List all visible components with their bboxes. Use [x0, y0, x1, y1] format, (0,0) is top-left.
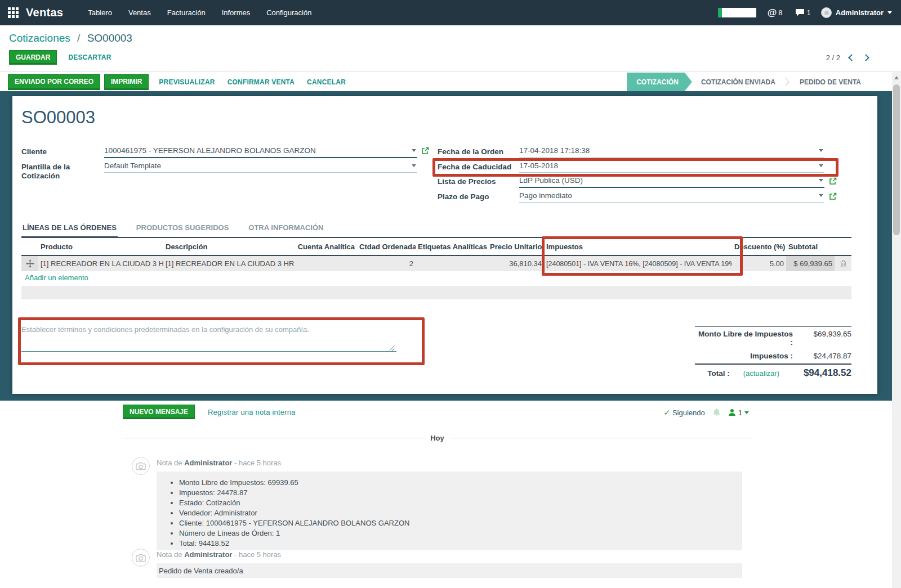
plantilla-field[interactable]: Default Template — [104, 161, 417, 173]
col-subtotal[interactable]: Subtotal — [786, 240, 835, 255]
chevron-down-icon — [887, 11, 892, 14]
col-descuento[interactable]: Descuento (%) — [732, 240, 786, 255]
breadcrumb: Cotizaciones / SO00003 — [9, 32, 892, 44]
followers-menu[interactable]: 1 — [728, 409, 749, 417]
cell-etiquetas[interactable] — [416, 255, 488, 271]
col-impuestos[interactable]: Impuestos — [544, 240, 732, 255]
activities-menu[interactable]: @ 8 — [768, 7, 783, 19]
nav-item-configuracion[interactable]: Configuración — [266, 8, 311, 17]
order-title: SO00003 — [21, 107, 95, 128]
preview-button[interactable]: PREVISUALIZAR — [159, 78, 215, 86]
cell-descuento[interactable]: 5.00 — [732, 255, 786, 271]
discard-button[interactable]: DESCARTAR — [68, 53, 111, 61]
untaxed-amount-label: Monto Libre de Impuestos : — [695, 330, 793, 347]
nav-item-facturacion[interactable]: Facturación — [167, 8, 206, 17]
status-step-cotizacion-enviada[interactable]: COTIZACIÓN ENVIADA — [692, 73, 784, 91]
taxes-value: $24,478.87 — [793, 352, 851, 360]
update-taxes-link[interactable]: (actualizar) — [743, 369, 779, 378]
user-avatar — [821, 7, 832, 18]
col-etiquetas-analiticas[interactable]: Etiquetas Analíticas — [416, 240, 488, 255]
bell-icon[interactable] — [712, 408, 721, 417]
lista-precios-external-link-icon[interactable] — [829, 177, 837, 185]
cell-ctdad-ordenada[interactable]: 2 — [357, 255, 416, 271]
taxes-label: Impuestos : — [695, 352, 793, 360]
plazo-pago-field[interactable]: Pago inmediato — [519, 191, 824, 203]
sales-app-window: Ventas Tablero Ventas Facturación Inform… — [0, 0, 901, 588]
person-icon — [728, 409, 736, 416]
tab-lineas-de-las-ordenes[interactable]: LÍNEAS DE LAS ÓRDENES — [21, 223, 118, 238]
cell-subtotal[interactable]: $ 69,939.65 — [786, 255, 835, 271]
messages-menu[interactable]: 1 — [795, 8, 811, 17]
save-button[interactable]: GUARDAR — [9, 50, 57, 65]
status-step-cotizacion[interactable]: COTIZACIÓN — [627, 73, 692, 91]
plazo-pago-label: Plazo de Pago — [438, 192, 519, 201]
lista-precios-field[interactable]: LdP Publica (USD) — [519, 176, 824, 188]
app-name[interactable]: Ventas — [26, 6, 63, 19]
chevron-down-icon[interactable] — [819, 179, 823, 182]
scrollbar-thumb[interactable] — [893, 84, 900, 235]
col-ctdad-ordenada[interactable]: Ctdad Ordenada — [357, 240, 416, 255]
scroll-up-arrow-icon[interactable] — [894, 76, 899, 79]
fecha-caducidad-field[interactable]: 17-05-2018 — [519, 161, 824, 173]
cancel-button[interactable]: CANCELAR — [307, 78, 346, 86]
pager-next-button[interactable] — [862, 54, 869, 61]
total-value: $94,418.52 — [785, 367, 851, 379]
delete-line-button[interactable] — [835, 255, 851, 271]
chevron-down-icon[interactable] — [819, 149, 823, 152]
lista-precios-label: Lista de Precios — [438, 177, 519, 186]
chevron-down-icon[interactable] — [412, 164, 416, 167]
camera-icon — [136, 462, 146, 470]
breadcrumb-cotizaciones[interactable]: Cotizaciones — [9, 32, 70, 44]
day-divider: Hoy — [123, 434, 752, 442]
cell-cuenta-analitica[interactable] — [294, 255, 357, 271]
total-label: Total : — [695, 369, 730, 378]
nav-item-informes[interactable]: Informes — [222, 8, 251, 17]
note-header: Nota de Administrator - hace 5 horas — [157, 459, 281, 467]
new-message-button[interactable]: NUEVO MENSAJE — [123, 405, 195, 419]
chevron-down-icon[interactable] — [819, 194, 823, 197]
print-button[interactable]: IMPRIMIR — [104, 74, 149, 90]
note-header: Nota de Administrator - hace 5 horas — [157, 550, 281, 559]
confirm-sale-button[interactable]: CONFIRMAR VENTA — [228, 78, 295, 86]
cliente-field[interactable]: 1000461975 - YEFERSON ALEJANDRO BOLANOS … — [104, 146, 417, 158]
col-precio-unitario[interactable]: Precio Unitario — [488, 240, 544, 255]
nav-item-ventas[interactable]: Ventas — [128, 8, 151, 17]
cell-producto[interactable]: [1] RECREADOR EN LA CIUDAD 3 HRS — [38, 255, 163, 271]
resize-handle-icon[interactable] — [389, 344, 395, 351]
cell-precio-unitario[interactable]: 36,810.34 — [488, 255, 544, 271]
cell-impuestos[interactable]: [24080501] - IVA VENTA 16%, [24080509] -… — [544, 255, 732, 271]
textarea-underline — [21, 351, 396, 352]
empty-row-strip — [21, 286, 851, 299]
sent-by-email-button[interactable]: ENVIADO POR CORREO — [8, 74, 100, 90]
note-bullet: Número de Líneas de Órden: 1 — [179, 529, 742, 537]
fecha-orden-field[interactable]: 17-04-2018 17:18:38 — [519, 146, 824, 158]
following-label: Siguiendo — [672, 409, 705, 417]
note-bullet: Impuestos: 24478.87 — [179, 489, 742, 497]
check-icon: ✓ — [664, 408, 671, 417]
vertical-scrollbar[interactable] — [892, 72, 901, 588]
nav-item-tablero[interactable]: Tablero — [88, 8, 112, 17]
terms-textarea[interactable]: Establecer términos y condiciones predet… — [21, 323, 409, 352]
timer-progress — [718, 8, 722, 17]
chevron-down-icon[interactable] — [412, 149, 416, 152]
plazo-pago-external-link-icon[interactable] — [829, 192, 837, 200]
pager-previous-button[interactable] — [848, 54, 855, 61]
drag-handle-icon[interactable] — [21, 255, 38, 271]
chevron-down-icon[interactable] — [819, 164, 823, 167]
cell-descripcion[interactable]: [1] RECREADOR EN LA CIUDAD 3 HRS — [163, 255, 294, 271]
fecha-orden-label: Fecha de la Orden — [438, 147, 519, 156]
add-line-link[interactable]: Añadir un elemento — [25, 273, 88, 282]
following-toggle[interactable]: ✓ Siguiendo — [664, 408, 705, 417]
col-producto[interactable]: Producto — [38, 240, 163, 255]
note-bullet: Vendedor: Administrator — [179, 509, 742, 517]
tab-otra-informacion[interactable]: OTRA INFORMACIÓN — [247, 223, 324, 237]
user-menu[interactable]: Administrator — [821, 7, 892, 18]
apps-menu-icon[interactable] — [8, 7, 19, 18]
col-cuenta-analitica[interactable]: Cuenta Analítica — [294, 240, 357, 255]
cliente-external-link-icon[interactable] — [421, 147, 429, 155]
timer-widget[interactable] — [718, 8, 756, 17]
col-descripcion[interactable]: Descripción — [163, 240, 294, 255]
tab-productos-sugeridos[interactable]: PRODUCTOS SUGERIDOS — [135, 223, 230, 237]
log-note-link[interactable]: Registrar una nota interna — [208, 408, 296, 416]
status-step-pedido-de-venta[interactable]: PEDIDO DE VENTA — [791, 73, 870, 91]
